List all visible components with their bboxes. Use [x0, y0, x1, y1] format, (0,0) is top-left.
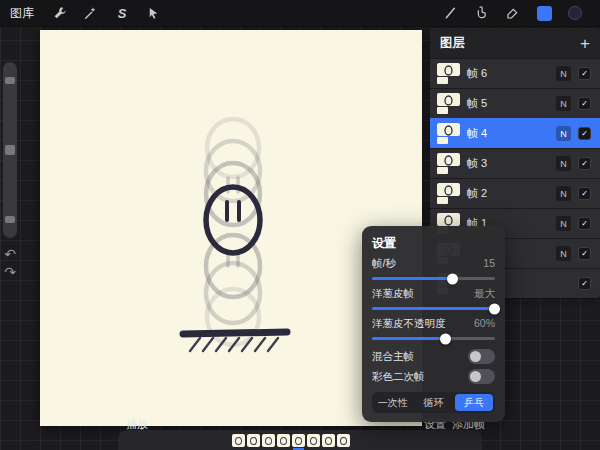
- animation-settings-popup: 设置 帧/秒 15 洋葱皮帧 最大 洋葱皮不透明度 60% 混合主帧 彩色二次: [362, 226, 505, 422]
- layer-sub-thumbnail: [437, 167, 448, 174]
- fps-slider[interactable]: [372, 277, 495, 280]
- layer-thumbnail: [437, 153, 460, 166]
- onion-opacity-slider-group: 洋葱皮不透明度 60%: [372, 317, 495, 340]
- layer-sub-thumbnail: [437, 77, 448, 84]
- layer-row[interactable]: 帧 4 N ✓: [430, 118, 600, 148]
- color-secondary-frames-row: 彩色二次帧: [372, 367, 495, 386]
- modify-button[interactable]: [5, 145, 15, 155]
- layer-name: 帧 3: [467, 156, 549, 171]
- layer-name: 帧 6: [467, 66, 549, 81]
- mode-loop[interactable]: 循环: [415, 394, 453, 411]
- layers-icon[interactable]: [535, 4, 553, 22]
- mode-ping-pong[interactable]: 乒乓: [455, 394, 493, 411]
- layer-thumbnails: [437, 63, 460, 84]
- onion-frames-value: 最大: [474, 287, 495, 301]
- frame-thumbnail[interactable]: [232, 434, 245, 447]
- layers-panel-header: 图层 +: [430, 28, 600, 58]
- layer-sub-thumbnail: [437, 137, 448, 144]
- current-color-dot: [568, 6, 582, 20]
- frame-thumbnail[interactable]: [247, 434, 260, 447]
- blend-mode-badge[interactable]: N: [556, 66, 571, 81]
- transform-arrow-icon[interactable]: [144, 4, 162, 22]
- toolbar-right-group: [442, 4, 584, 22]
- procreate-app: { "colors": { "accent": "#3B76F6", "canv…: [0, 0, 600, 450]
- color-secondary-frames-toggle[interactable]: [468, 369, 495, 384]
- color-swatch-icon[interactable]: [566, 4, 584, 22]
- redo-button[interactable]: ↷: [2, 264, 18, 280]
- top-toolbar: 图库 S: [0, 0, 600, 26]
- gallery-button[interactable]: 图库: [10, 5, 34, 22]
- frame-thumbnail[interactable]: [322, 434, 335, 447]
- onion-opacity-slider-fill: [372, 337, 446, 340]
- layer-row[interactable]: 帧 6 N ✓: [430, 58, 600, 88]
- layer-thumbnails: [437, 153, 460, 174]
- blend-primary-frame-toggle[interactable]: [468, 349, 495, 364]
- layer-thumbnails: [437, 123, 460, 144]
- blend-primary-frame-label: 混合主帧: [372, 350, 414, 364]
- brush-icon[interactable]: [442, 4, 460, 22]
- eraser-icon[interactable]: [504, 4, 522, 22]
- frame-thumbnail[interactable]: [277, 434, 290, 447]
- onion-frames-label: 洋葱皮帧: [372, 287, 414, 301]
- play-button[interactable]: 播放: [126, 417, 148, 432]
- frame-thumbnail[interactable]: [262, 434, 275, 447]
- layer-row[interactable]: 帧 5 N ✓: [430, 88, 600, 118]
- onion-frames-slider-group: 洋葱皮帧 最大: [372, 287, 495, 310]
- playback-mode-segmented-control: 一次性 循环 乒乓: [372, 392, 495, 413]
- sidebar: [3, 62, 17, 238]
- layer-sub-thumbnail: [437, 197, 448, 204]
- layer-visibility-checkbox[interactable]: ✓: [578, 217, 591, 230]
- smudge-finger-icon[interactable]: [473, 4, 491, 22]
- adjustments-wand-icon[interactable]: [82, 4, 100, 22]
- add-layer-button[interactable]: +: [580, 35, 590, 52]
- layer-thumbnail: [437, 213, 460, 226]
- layer-thumbnails: [437, 93, 460, 114]
- blend-mode-badge[interactable]: N: [556, 156, 571, 171]
- fps-slider-fill: [372, 277, 453, 280]
- layer-thumbnails: [437, 183, 460, 204]
- layer-row[interactable]: 帧 3 N ✓: [430, 148, 600, 178]
- blend-primary-frame-row: 混合主帧: [372, 347, 495, 366]
- blend-mode-badge[interactable]: N: [556, 216, 571, 231]
- blend-mode-badge[interactable]: N: [556, 246, 571, 261]
- blend-mode-badge[interactable]: N: [556, 96, 571, 111]
- layer-visibility-checkbox[interactable]: ✓: [578, 187, 591, 200]
- layer-visibility-checkbox[interactable]: ✓: [578, 127, 591, 140]
- layer-thumbnail: [437, 63, 460, 76]
- frame-strip: [232, 434, 350, 447]
- layer-name: 帧 4: [467, 126, 549, 141]
- layers-panel-title: 图层: [440, 35, 465, 52]
- fps-label: 帧/秒: [372, 257, 396, 271]
- layer-row[interactable]: 帧 2 N ✓: [430, 178, 600, 208]
- layer-name: 帧 5: [467, 96, 549, 111]
- mode-one-shot[interactable]: 一次性: [374, 394, 412, 411]
- frame-thumbnail[interactable]: [337, 434, 350, 447]
- blend-mode-badge[interactable]: N: [556, 126, 571, 141]
- onion-frames-slider[interactable]: [372, 307, 495, 310]
- layer-visibility-checkbox[interactable]: ✓: [578, 67, 591, 80]
- layer-visibility-checkbox[interactable]: ✓: [578, 247, 591, 260]
- onion-opacity-value: 60%: [474, 317, 495, 331]
- blend-mode-badge[interactable]: N: [556, 186, 571, 201]
- layer-sub-thumbnail: [437, 107, 448, 114]
- fps-slider-group: 帧/秒 15: [372, 257, 495, 280]
- layer-visibility-checkbox[interactable]: ✓: [578, 277, 591, 290]
- layer-visibility-checkbox[interactable]: ✓: [578, 97, 591, 110]
- brush-size-slider[interactable]: [5, 77, 15, 84]
- selection-icon[interactable]: S: [113, 4, 131, 22]
- timeline-bar: [118, 430, 482, 450]
- layer-thumbnail: [437, 183, 460, 196]
- onion-opacity-slider[interactable]: [372, 337, 495, 340]
- opacity-slider[interactable]: [5, 216, 15, 223]
- frame-thumbnail[interactable]: [292, 434, 305, 447]
- fps-value: 15: [483, 257, 495, 271]
- actions-wrench-icon[interactable]: [51, 4, 69, 22]
- onion-frames-slider-fill: [372, 307, 495, 310]
- toolbar-left-group: 图库 S: [10, 4, 162, 22]
- frame-thumbnail[interactable]: [307, 434, 320, 447]
- layer-visibility-checkbox[interactable]: ✓: [578, 157, 591, 170]
- settings-popup-title: 设置: [372, 235, 495, 252]
- undo-button[interactable]: ↶: [2, 246, 18, 262]
- layers-active-square: [537, 6, 552, 21]
- layer-thumbnail: [437, 93, 460, 106]
